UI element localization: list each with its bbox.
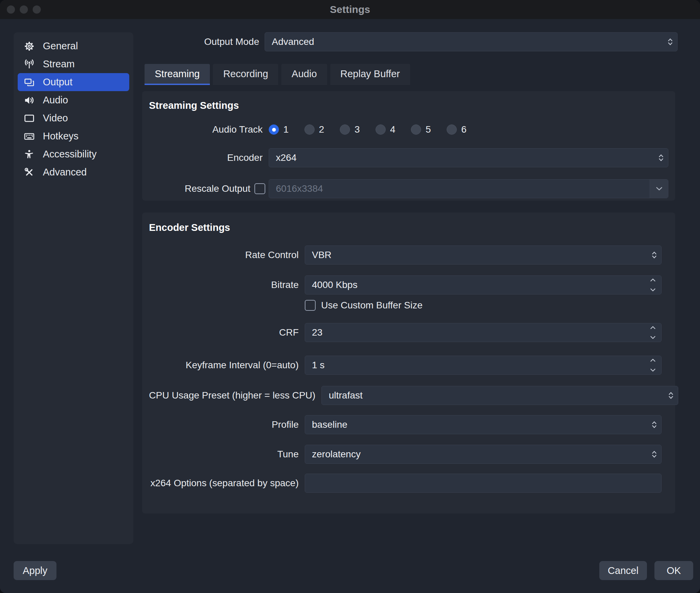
tab-label: Replay Buffer bbox=[340, 68, 400, 80]
tune-select[interactable]: zerolatency bbox=[305, 445, 662, 464]
audio-track-option-1[interactable]: 1 bbox=[269, 124, 289, 135]
sidebar-item-label: Output bbox=[43, 77, 72, 88]
x264-options-label: x264 Options (separated by space) bbox=[149, 478, 299, 489]
sidebar-item-label: Advanced bbox=[43, 167, 87, 178]
video-icon bbox=[24, 113, 35, 124]
spin-down-button[interactable] bbox=[650, 288, 656, 292]
profile-value: baseline bbox=[312, 419, 347, 430]
radio-label: 2 bbox=[319, 124, 324, 135]
output-mode-select[interactable]: Advanced bbox=[265, 32, 678, 51]
use-custom-buffer-size-control: Use Custom Buffer Size bbox=[305, 300, 662, 311]
encoder-select[interactable]: x264 bbox=[269, 148, 668, 167]
tune-label: Tune bbox=[149, 449, 299, 460]
spin-down-button[interactable] bbox=[650, 336, 656, 339]
streaming-settings-title: Streaming Settings bbox=[149, 100, 668, 111]
rescale-output-label: Rescale Output bbox=[149, 183, 250, 194]
audio-icon bbox=[24, 95, 35, 106]
hotkeys-icon bbox=[24, 131, 35, 142]
tune-value: zerolatency bbox=[312, 449, 361, 460]
profile-label: Profile bbox=[149, 419, 299, 430]
stepper-icon bbox=[651, 450, 657, 459]
spin-up-button[interactable] bbox=[650, 278, 656, 282]
crf-row: CRF 23 bbox=[149, 323, 662, 342]
encoder-value: x264 bbox=[276, 152, 297, 163]
spin-up-button[interactable] bbox=[650, 326, 656, 329]
radio-icon bbox=[411, 124, 421, 135]
radio-icon bbox=[269, 124, 279, 135]
bitrate-spinbox[interactable]: 4000 Kbps bbox=[305, 275, 662, 294]
rate-control-value: VBR bbox=[312, 250, 332, 260]
sidebar-item-advanced[interactable]: Advanced bbox=[18, 163, 129, 181]
encoder-label: Encoder bbox=[149, 152, 263, 163]
radio-label: 3 bbox=[354, 124, 360, 135]
radio-label: 1 bbox=[283, 124, 289, 135]
audio-track-option-4[interactable]: 4 bbox=[376, 124, 396, 135]
sidebar-item-output[interactable]: Output bbox=[18, 73, 129, 91]
output-mode-row: Output Mode Advanced bbox=[145, 32, 678, 52]
use-custom-buffer-size-checkbox[interactable] bbox=[305, 300, 316, 311]
tab-recording[interactable]: Recording bbox=[213, 64, 278, 85]
rescale-resolution-combo: 6016x3384 bbox=[269, 179, 668, 198]
audio-track-option-2[interactable]: 2 bbox=[304, 124, 324, 135]
use-custom-buffer-size-row: Use Custom Buffer Size bbox=[149, 300, 662, 311]
stepper-icon bbox=[667, 37, 673, 47]
apply-button[interactable]: Apply bbox=[14, 561, 56, 580]
audio-track-option-3[interactable]: 3 bbox=[340, 124, 360, 135]
rescale-output-checkbox[interactable] bbox=[254, 183, 265, 194]
audio-track-option-5[interactable]: 5 bbox=[411, 124, 431, 135]
output-mode-label: Output Mode bbox=[145, 36, 259, 47]
sidebar-item-label: Hotkeys bbox=[43, 131, 79, 142]
bitrate-label: Bitrate bbox=[149, 279, 299, 290]
tab-streaming[interactable]: Streaming bbox=[145, 64, 210, 85]
profile-select[interactable]: baseline bbox=[305, 415, 662, 434]
sidebar-item-stream[interactable]: Stream bbox=[18, 55, 129, 73]
cpu-usage-preset-select[interactable]: ultrafast bbox=[321, 386, 678, 405]
bitrate-value: 4000 Kbps bbox=[312, 279, 357, 290]
minimize-window-button[interactable] bbox=[20, 5, 28, 14]
audio-track-row: Audio Track 1 2 3 4 bbox=[149, 120, 668, 139]
spin-down-button[interactable] bbox=[650, 368, 656, 372]
radio-icon bbox=[340, 124, 350, 135]
tab-audio[interactable]: Audio bbox=[281, 64, 327, 85]
keyframe-interval-spinbox[interactable]: 1 s bbox=[305, 356, 662, 375]
stepper-icon bbox=[651, 251, 657, 260]
footer-actions: Cancel OK bbox=[599, 561, 693, 580]
output-tabs: Streaming Recording Audio Replay Buffer bbox=[145, 64, 410, 85]
radio-icon bbox=[376, 124, 386, 135]
crf-spinbox[interactable]: 23 bbox=[305, 323, 662, 342]
rescale-output-row: Rescale Output 6016x3384 bbox=[149, 179, 668, 198]
rate-control-row: Rate Control VBR bbox=[149, 245, 662, 265]
sidebar-item-label: Audio bbox=[43, 95, 68, 106]
sidebar-item-general[interactable]: General bbox=[18, 37, 129, 55]
sidebar-item-label: Stream bbox=[43, 58, 74, 70]
use-custom-buffer-size-label: Use Custom Buffer Size bbox=[321, 300, 422, 311]
audio-track-label: Audio Track bbox=[149, 124, 263, 135]
encoder-settings-section: Encoder Settings Rate Control VBR Bitrat… bbox=[142, 213, 675, 513]
output-mode-value: Advanced bbox=[272, 36, 314, 47]
profile-row: Profile baseline bbox=[149, 415, 662, 434]
close-window-button[interactable] bbox=[7, 5, 15, 14]
sidebar-item-hotkeys[interactable]: Hotkeys bbox=[18, 127, 129, 145]
x264-options-control bbox=[305, 474, 662, 493]
tune-row: Tune zerolatency bbox=[149, 445, 662, 464]
zoom-window-button[interactable] bbox=[33, 5, 41, 14]
rescale-resolution-value: 6016x3384 bbox=[269, 183, 650, 194]
settings-window: Settings General Stream Output Audio bbox=[0, 0, 700, 593]
rate-control-label: Rate Control bbox=[149, 250, 299, 260]
sidebar-item-accessibility[interactable]: Accessibility bbox=[18, 145, 129, 163]
sidebar-item-audio[interactable]: Audio bbox=[18, 91, 129, 109]
ok-button[interactable]: OK bbox=[654, 561, 693, 580]
tab-replay-buffer[interactable]: Replay Buffer bbox=[330, 64, 410, 85]
sidebar-item-video[interactable]: Video bbox=[18, 109, 129, 127]
rate-control-select[interactable]: VBR bbox=[305, 245, 662, 265]
chevron-down-icon bbox=[650, 180, 668, 198]
x264-options-input[interactable] bbox=[305, 474, 662, 493]
x264-options-row: x264 Options (separated by space) bbox=[149, 474, 662, 493]
advanced-icon bbox=[24, 167, 35, 178]
audio-track-option-6[interactable]: 6 bbox=[447, 124, 467, 135]
titlebar: Settings bbox=[0, 0, 700, 19]
accessibility-icon bbox=[24, 149, 35, 160]
tab-label: Audio bbox=[291, 68, 317, 80]
cancel-button[interactable]: Cancel bbox=[599, 561, 647, 580]
spin-up-button[interactable] bbox=[650, 358, 656, 362]
